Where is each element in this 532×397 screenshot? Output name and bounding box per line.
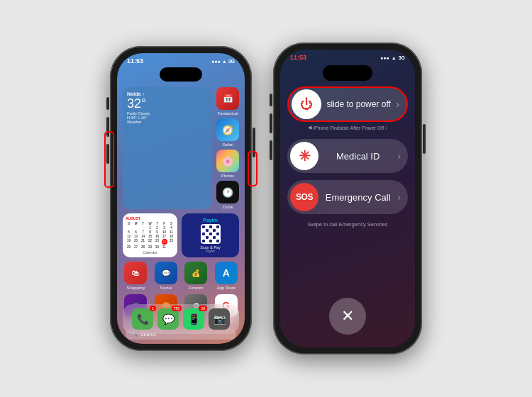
phone-badge: 1 (150, 306, 156, 311)
paytm-logo: Paytm (203, 218, 218, 223)
volume-highlight-box (104, 131, 114, 188)
poweroff-background: 11:53 ●●● ▲ 3G ⏻ slide to power off › (280, 50, 415, 347)
dynamic-island (160, 67, 202, 82)
emergency-call-label: Emergency Call (318, 192, 397, 203)
app-social[interactable]: 💬 Social (153, 262, 179, 290)
paytm-qr-code (201, 224, 221, 244)
phone2-status-bar: 11:53 ●●● ▲ 3G (280, 50, 415, 64)
weather-location: Noida ↑ (127, 91, 208, 96)
weather-label: Weather (127, 120, 208, 124)
phone1-screen: 11:53 ●●● ▲ 3G Noida ↑ 32° Partly Cloudy… (117, 53, 245, 344)
power-slider-thumb: ⏻ (292, 89, 321, 119)
app-clock[interactable]: 🕐 Clock (216, 181, 239, 209)
weather-widget[interactable]: Noida ↑ 32° Partly Cloudy H:34° L:26° We… (123, 87, 212, 209)
phone2-volume-up[interactable] (270, 113, 272, 133)
status-icons: ●●● ▲ 3G (211, 59, 235, 64)
phone2-dynamic-island (323, 65, 372, 81)
calendar-month: AUGUST (126, 216, 174, 220)
slide-to-power-off-label: slide to power off (321, 99, 396, 109)
app-appstore[interactable]: A App Store (214, 262, 240, 290)
status-bar: 11:53 ●●● ▲ 3G (117, 53, 245, 66)
phone2-volume-down[interactable] (270, 140, 272, 160)
app-finance[interactable]: 💰 Finance (183, 262, 209, 290)
dock-whatsapp[interactable]: 📱 10 (183, 308, 204, 330)
paytm-sublabel: Paytm (206, 250, 215, 253)
slide-to-power-off-container: ⏻ slide to power off › (287, 86, 408, 122)
status-time: 11:53 (127, 57, 143, 65)
silent-switch[interactable] (106, 97, 109, 110)
app-safari[interactable]: 🧭 Safari (216, 118, 239, 147)
medical-id-slider[interactable]: ✳ Medical ID › (287, 139, 408, 173)
power-highlight-box (248, 151, 257, 186)
findable-label: iPhone Findable After Power Off (313, 125, 384, 130)
medical-arrow: › (397, 150, 401, 162)
sos-thumb: SOS (290, 183, 318, 211)
findable-icon: ◀ (308, 125, 311, 130)
dock-messages[interactable]: 💬 755 (157, 308, 179, 330)
slide-to-power-off-slider[interactable]: ⏻ slide to power off › (287, 86, 408, 122)
phone2-status-icons: ●●● ▲ 3G (380, 54, 405, 61)
dock-camera[interactable]: 📷 (209, 308, 230, 330)
app-photos[interactable]: 🌸 Photos (216, 150, 239, 178)
emergency-call-slider[interactable]: SOS Emergency Call › (287, 180, 408, 214)
slider-arrow-icon: › (396, 99, 399, 110)
findable-chevron: › (385, 125, 387, 130)
swipe-hint: Swipe to call Emergency Services (308, 221, 388, 228)
middle-widgets-row: AUGUST SMTWTFS 1234 567891011 1213141516… (117, 212, 245, 259)
top-widgets-row: Noida ↑ 32° Partly Cloudy H:34° L:26° We… (117, 84, 245, 212)
findable-after-power-off: ◀ iPhone Findable After Power Off › (308, 125, 387, 130)
dock: 📞 1 💬 755 📱 10 📷 (123, 304, 239, 334)
medical-id-label: Medical ID (318, 151, 397, 162)
phone2-silent-switch[interactable] (270, 94, 272, 106)
whatsapp-badge: 10 (199, 306, 207, 311)
app-fantastical[interactable]: 📅 Fantastical (216, 87, 239, 116)
app-shopping[interactable]: 🛍 Shopping (123, 262, 149, 290)
phone2-status-time: 11:53 (290, 54, 306, 61)
paytm-widget[interactable]: Paytm Scan & Pay Paytm (182, 213, 239, 257)
dock-phone[interactable]: 📞 1 (132, 308, 153, 330)
calendar-widget[interactable]: AUGUST SMTWTFS 1234 567891011 1213141516… (123, 213, 177, 257)
cancel-icon: ✕ (341, 307, 354, 325)
phone2-shell: 11:53 ●●● ▲ 3G ⏻ slide to power off › (273, 43, 422, 354)
calendar-label: Calendar (126, 250, 174, 255)
homescreen-background: 11:53 ●●● ▲ 3G Noida ↑ 32° Partly Cloudy… (117, 53, 245, 344)
phone2-screen: 11:53 ●●● ▲ 3G ⏻ slide to power off › (280, 50, 415, 347)
weather-temperature: 32° (127, 96, 208, 111)
calendar-grid: SMTWTFS 1234 567891011 12131415161718 19… (126, 222, 174, 249)
phone2-power-button[interactable] (423, 124, 426, 154)
messages-badge: 755 (172, 306, 182, 311)
medical-id-thumb: ✳ (290, 142, 318, 170)
cancel-button[interactable]: ✕ (329, 298, 366, 335)
emergency-arrow: › (397, 191, 401, 203)
phone1-shell: 11:53 ●●● ▲ 3G Noida ↑ 32° Partly Cloudy… (110, 46, 252, 351)
